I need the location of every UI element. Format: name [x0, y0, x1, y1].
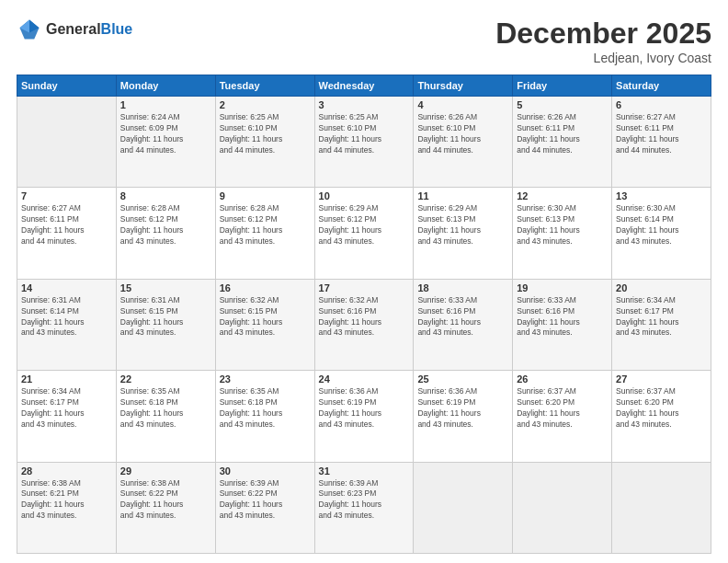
day-number: 28: [21, 465, 112, 477]
day-info: Sunrise: 6:35 AM Sunset: 6:18 PM Dayligh…: [120, 386, 211, 431]
table-row: 29Sunrise: 6:38 AM Sunset: 6:22 PM Dayli…: [116, 462, 215, 553]
day-number: 12: [517, 190, 608, 201]
day-info: Sunrise: 6:26 AM Sunset: 6:11 PM Dayligh…: [517, 112, 608, 156]
table-row: 10Sunrise: 6:29 AM Sunset: 6:12 PM Dayli…: [314, 188, 414, 279]
day-number: 24: [319, 373, 410, 385]
table-row: 2Sunrise: 6:25 AM Sunset: 6:10 PM Daylig…: [215, 97, 314, 188]
day-number: 8: [120, 190, 211, 201]
day-info: Sunrise: 6:25 AM Sunset: 6:10 PM Dayligh…: [319, 112, 410, 156]
day-number: 11: [417, 190, 508, 201]
table-row: 12Sunrise: 6:30 AM Sunset: 6:13 PM Dayli…: [513, 188, 612, 279]
day-info: Sunrise: 6:27 AM Sunset: 6:11 PM Dayligh…: [21, 203, 112, 247]
table-row: 3Sunrise: 6:25 AM Sunset: 6:10 PM Daylig…: [314, 97, 414, 188]
logo-text: GeneralBlue: [46, 20, 132, 38]
col-monday: Monday: [116, 75, 215, 97]
day-number: 16: [220, 282, 311, 293]
table-row: 21Sunrise: 6:34 AM Sunset: 6:17 PM Dayli…: [17, 371, 117, 462]
month-title: December 2025: [495, 17, 711, 51]
day-info: Sunrise: 6:24 AM Sunset: 6:09 PM Dayligh…: [120, 112, 211, 156]
calendar-week-row: 28Sunrise: 6:38 AM Sunset: 6:21 PM Dayli…: [17, 462, 711, 553]
day-info: Sunrise: 6:37 AM Sunset: 6:20 PM Dayligh…: [517, 386, 608, 431]
table-row: 31Sunrise: 6:39 AM Sunset: 6:23 PM Dayli…: [314, 462, 414, 553]
table-row: 6Sunrise: 6:27 AM Sunset: 6:11 PM Daylig…: [612, 97, 711, 188]
day-info: Sunrise: 6:28 AM Sunset: 6:12 PM Dayligh…: [120, 203, 211, 247]
day-number: 10: [319, 190, 410, 201]
table-row: 28Sunrise: 6:38 AM Sunset: 6:21 PM Dayli…: [17, 462, 117, 553]
table-row: 26Sunrise: 6:37 AM Sunset: 6:20 PM Dayli…: [513, 371, 612, 462]
location-title: Ledjean, Ivory Coast: [495, 51, 711, 65]
col-friday: Friday: [513, 75, 612, 97]
table-row: 19Sunrise: 6:33 AM Sunset: 6:16 PM Dayli…: [513, 279, 612, 370]
page: GeneralBlue December 2025 Ledjean, Ivory…: [0, 0, 728, 563]
day-info: Sunrise: 6:29 AM Sunset: 6:13 PM Dayligh…: [417, 203, 508, 247]
table-row: [513, 462, 612, 553]
col-tuesday: Tuesday: [215, 75, 314, 97]
day-info: Sunrise: 6:36 AM Sunset: 6:19 PM Dayligh…: [319, 386, 410, 431]
day-number: 31: [319, 465, 410, 477]
day-number: 15: [120, 282, 211, 293]
logo-icon: [17, 17, 42, 42]
table-row: 18Sunrise: 6:33 AM Sunset: 6:16 PM Dayli…: [414, 279, 513, 370]
table-row: 4Sunrise: 6:26 AM Sunset: 6:10 PM Daylig…: [414, 97, 513, 188]
table-row: 1Sunrise: 6:24 AM Sunset: 6:09 PM Daylig…: [116, 97, 215, 188]
calendar-week-row: 21Sunrise: 6:34 AM Sunset: 6:17 PM Dayli…: [17, 371, 711, 462]
day-number: 30: [220, 465, 311, 477]
calendar-week-row: 7Sunrise: 6:27 AM Sunset: 6:11 PM Daylig…: [17, 188, 711, 279]
calendar-week-row: 14Sunrise: 6:31 AM Sunset: 6:14 PM Dayli…: [17, 279, 711, 370]
day-info: Sunrise: 6:31 AM Sunset: 6:15 PM Dayligh…: [120, 295, 211, 339]
day-number: 26: [517, 373, 608, 385]
table-row: 13Sunrise: 6:30 AM Sunset: 6:14 PM Dayli…: [612, 188, 711, 279]
day-info: Sunrise: 6:28 AM Sunset: 6:12 PM Dayligh…: [220, 203, 311, 247]
table-row: [612, 462, 711, 553]
title-block: December 2025 Ledjean, Ivory Coast: [495, 17, 711, 65]
day-number: 6: [616, 99, 707, 110]
day-info: Sunrise: 6:34 AM Sunset: 6:17 PM Dayligh…: [21, 386, 112, 431]
header: GeneralBlue December 2025 Ledjean, Ivory…: [17, 17, 711, 65]
table-row: 17Sunrise: 6:32 AM Sunset: 6:16 PM Dayli…: [314, 279, 414, 370]
table-row: [414, 462, 513, 553]
table-row: 27Sunrise: 6:37 AM Sunset: 6:20 PM Dayli…: [612, 371, 711, 462]
day-info: Sunrise: 6:27 AM Sunset: 6:11 PM Dayligh…: [616, 112, 707, 156]
day-number: 14: [21, 282, 112, 293]
day-info: Sunrise: 6:29 AM Sunset: 6:12 PM Dayligh…: [319, 203, 410, 247]
day-number: 21: [21, 373, 112, 385]
table-row: 20Sunrise: 6:34 AM Sunset: 6:17 PM Dayli…: [612, 279, 711, 370]
day-number: 27: [616, 373, 707, 385]
logo-general: General: [46, 21, 101, 37]
day-info: Sunrise: 6:33 AM Sunset: 6:16 PM Dayligh…: [417, 295, 508, 339]
day-info: Sunrise: 6:37 AM Sunset: 6:20 PM Dayligh…: [616, 386, 707, 431]
day-number: 13: [616, 190, 707, 201]
day-info: Sunrise: 6:33 AM Sunset: 6:16 PM Dayligh…: [517, 295, 608, 339]
day-info: Sunrise: 6:30 AM Sunset: 6:14 PM Dayligh…: [616, 203, 707, 247]
day-number: 4: [417, 99, 508, 110]
day-info: Sunrise: 6:32 AM Sunset: 6:16 PM Dayligh…: [319, 295, 410, 339]
day-number: 2: [220, 99, 311, 110]
table-row: 15Sunrise: 6:31 AM Sunset: 6:15 PM Dayli…: [116, 279, 215, 370]
day-info: Sunrise: 6:34 AM Sunset: 6:17 PM Dayligh…: [616, 295, 707, 339]
logo: GeneralBlue: [17, 17, 132, 42]
day-number: 9: [220, 190, 311, 201]
table-row: 5Sunrise: 6:26 AM Sunset: 6:11 PM Daylig…: [513, 97, 612, 188]
table-row: 9Sunrise: 6:28 AM Sunset: 6:12 PM Daylig…: [215, 188, 314, 279]
col-sunday: Sunday: [17, 75, 117, 97]
table-row: 22Sunrise: 6:35 AM Sunset: 6:18 PM Dayli…: [116, 371, 215, 462]
day-number: 19: [517, 282, 608, 293]
day-info: Sunrise: 6:38 AM Sunset: 6:22 PM Dayligh…: [120, 478, 211, 523]
col-wednesday: Wednesday: [314, 75, 414, 97]
day-number: 3: [319, 99, 410, 110]
day-info: Sunrise: 6:36 AM Sunset: 6:19 PM Dayligh…: [417, 386, 508, 431]
table-row: 11Sunrise: 6:29 AM Sunset: 6:13 PM Dayli…: [414, 188, 513, 279]
day-info: Sunrise: 6:32 AM Sunset: 6:15 PM Dayligh…: [220, 295, 311, 339]
day-info: Sunrise: 6:25 AM Sunset: 6:10 PM Dayligh…: [220, 112, 311, 156]
day-number: 7: [21, 190, 112, 201]
day-number: 23: [220, 373, 311, 385]
day-number: 22: [120, 373, 211, 385]
calendar-table: Sunday Monday Tuesday Wednesday Thursday…: [17, 75, 711, 554]
table-row: 24Sunrise: 6:36 AM Sunset: 6:19 PM Dayli…: [314, 371, 414, 462]
day-info: Sunrise: 6:30 AM Sunset: 6:13 PM Dayligh…: [517, 203, 608, 247]
col-saturday: Saturday: [612, 75, 711, 97]
day-number: 29: [120, 465, 211, 477]
logo-blue: Blue: [101, 21, 133, 37]
table-row: 16Sunrise: 6:32 AM Sunset: 6:15 PM Dayli…: [215, 279, 314, 370]
col-thursday: Thursday: [414, 75, 513, 97]
